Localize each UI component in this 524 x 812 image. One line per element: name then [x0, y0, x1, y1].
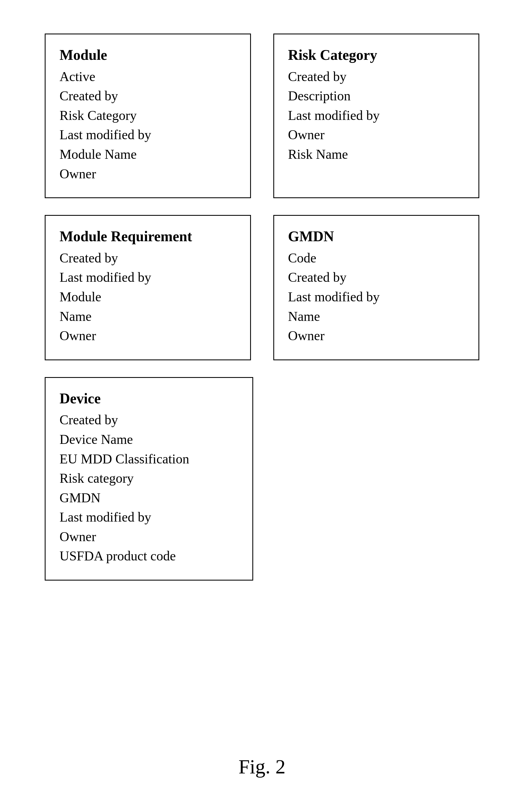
card-module-item-0: Active	[60, 67, 236, 86]
card-device-title: Device	[60, 389, 239, 408]
card-module-requirement-item-0: Created by	[60, 248, 236, 268]
card-device-item-5: Last modified by	[60, 507, 239, 527]
figure-label: Fig. 2	[0, 755, 524, 778]
card-module: ModuleActiveCreated byRisk CategoryLast …	[45, 34, 251, 198]
card-gmdn-title: GMDN	[288, 227, 465, 246]
card-module-requirement: Module RequirementCreated byLast modifie…	[45, 215, 251, 360]
card-module-requirement-item-2: Module	[60, 287, 236, 307]
card-module-requirement-title: Module Requirement	[60, 227, 236, 246]
card-module-item-5: Owner	[60, 164, 236, 184]
card-device-item-2: EU MDD Classification	[60, 449, 239, 469]
card-device-item-3: Risk category	[60, 469, 239, 488]
card-gmdn-item-2: Last modified by	[288, 287, 465, 307]
card-risk-category-item-4: Risk Name	[288, 145, 465, 164]
card-module-requirement-item-3: Name	[60, 307, 236, 326]
card-risk-category-item-2: Last modified by	[288, 105, 465, 125]
card-gmdn-item-1: Created by	[288, 267, 465, 287]
card-module-title: Module	[60, 46, 236, 65]
card-module-item-1: Created by	[60, 86, 236, 105]
card-module-item-3: Last modified by	[60, 125, 236, 145]
card-device-item-6: Owner	[60, 527, 239, 547]
page: ModuleActiveCreated byRisk CategoryLast …	[0, 0, 524, 812]
card-device-item-0: Created by	[60, 410, 239, 429]
card-module-requirement-item-1: Last modified by	[60, 267, 236, 287]
card-risk-category: Risk CategoryCreated byDescriptionLast m…	[273, 34, 479, 198]
card-module-item-4: Module Name	[60, 145, 236, 164]
bottom-card-area: DeviceCreated byDevice NameEU MDD Classi…	[0, 360, 524, 581]
card-gmdn-item-3: Name	[288, 307, 465, 326]
card-module-requirement-item-4: Owner	[60, 326, 236, 345]
card-module-item-2: Risk Category	[60, 105, 236, 125]
card-risk-category-item-3: Owner	[288, 125, 465, 145]
card-device-item-1: Device Name	[60, 429, 239, 449]
card-risk-category-title: Risk Category	[288, 46, 465, 65]
card-gmdn-item-0: Code	[288, 248, 465, 268]
card-risk-category-item-0: Created by	[288, 67, 465, 86]
card-gmdn-item-4: Owner	[288, 326, 465, 345]
card-gmdn: GMDNCodeCreated byLast modified byNameOw…	[273, 215, 479, 360]
card-device: DeviceCreated byDevice NameEU MDD Classi…	[45, 377, 253, 581]
card-grid: ModuleActiveCreated byRisk CategoryLast …	[0, 0, 524, 360]
card-device-item-7: USFDA product code	[60, 546, 239, 566]
card-device-item-4: GMDN	[60, 488, 239, 508]
card-risk-category-item-1: Description	[288, 86, 465, 105]
